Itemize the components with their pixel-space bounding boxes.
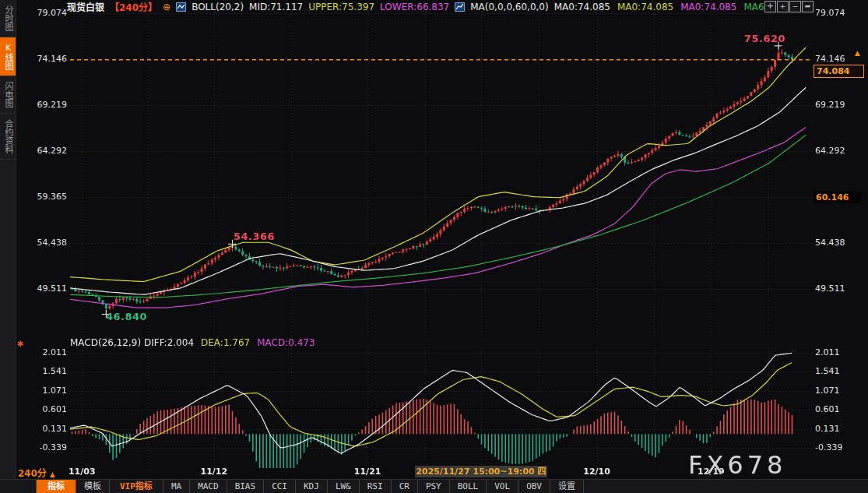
macd-axis-tick-left: 2.011 [16,347,69,358]
low-price-label: 46.840 [106,311,147,322]
swing-high-label: 54.366 [234,231,275,242]
main-axis-tick-left: 79.074 [16,8,69,19]
indicator-toolbar: 指标模板VIP指标MAMACDBIASCCIKDJLW&RSICRPSYBOLL… [0,479,868,493]
macd-axis-tick-right: 1.071 [815,386,866,396]
toolbar-tab-ma[interactable]: MA [163,480,190,493]
last-price-badge: 74.084 [814,65,864,78]
main-axis-tick-left: 74.146 [16,54,69,65]
macd-axis-tick-left: 1.071 [16,386,69,396]
macd-axis-tick-right: 0.131 [815,424,866,435]
main-axis-tick-left: 69.219 [16,100,69,111]
chart-type-sidebar: 分时图K线图闪电图合约资料 [0,0,16,479]
main-axis-tick-right: 74.146 [815,54,866,65]
toolbar-tab-vip[interactable]: VIP指标 [110,480,163,493]
toolbar-tab-rsi[interactable]: RSI [360,480,392,493]
macd-name[interactable]: MACD(26,12,9) DIFF:2.004 [70,337,194,348]
toolbar-tab-boll[interactable]: BOLL [450,480,487,493]
level-price-badge: 60.146 [814,192,861,203]
main-axis-tick-left: 59.365 [16,192,69,202]
trading-app-window: 分时图K线图闪电图合约资料 现货白银 【240分】 ⊕ BOLL(20,2) M… [0,0,868,493]
macd-axis-tick-right: 2.011 [815,347,866,358]
toolbar-tab-obv[interactable]: OBV [518,480,550,493]
macd-axis-tick-left: 0.601 [16,404,69,415]
toolbar-tab-[interactable]: 设置 [550,480,584,493]
toolbar-tab-kdj[interactable]: KDJ [296,480,328,493]
toolbar-tab-[interactable]: 模板 [76,480,110,493]
watermark: FX678 [688,450,786,480]
candlestick-chart[interactable] [70,11,812,336]
boll-chart-icon[interactable] [176,2,186,12]
toolbar-tab-vol[interactable]: VOL [487,480,518,493]
main-axis-tick-right: 79.074 [815,8,866,19]
sidebar-tab-contract-info[interactable]: 合约资料 [0,114,16,160]
x-axis-tick: 11/12 [179,467,249,477]
toolbar-tab-psy[interactable]: PSY [418,480,450,493]
main-axis-tick-left: 49.511 [16,283,69,294]
sidebar-tab-flash-chart[interactable]: 闪电图 [0,76,16,114]
macd-header: MACD(26,12,9) DIFF:2.004 DEA:1.767 MACD:… [70,336,315,348]
toolbar-tab-lw[interactable]: LW& [328,480,360,493]
toolbar-tab-macd[interactable]: MACD [190,480,227,493]
main-axis-tick-right: 64.292 [815,146,866,157]
toolbar-tab-cci[interactable]: CCI [264,480,296,493]
main-axis-tick-right: 69.219 [815,100,866,111]
macd-axis-tick-left: 1.541 [16,366,69,377]
macd-axis-tick-left: -0.339 [16,442,69,453]
sidebar-tab-kline[interactable]: K线图 [0,37,16,76]
macd-axis-tick-right: -0.339 [815,442,866,453]
main-axis-tick-left: 64.292 [16,146,69,157]
macd-axis-tick-left: 0.131 [16,424,69,435]
main-axis-tick-left: 54.438 [16,238,69,248]
ma-chart-icon[interactable] [455,2,465,12]
macd-value: MACD:0.473 [257,337,315,348]
toolbar-tab-cr[interactable]: CR [392,480,418,493]
macd-axis-tick-right: 0.601 [815,404,866,415]
x-axis-tick: 11/03 [47,467,117,477]
sidebar-tab-time-chart[interactable]: 分时图 [0,0,16,37]
macd-axis-tick-right: 1.541 [815,366,866,377]
toolbar-tab-[interactable]: 指标 [36,480,76,493]
x-axis-tick: 11/21 [332,467,402,477]
current-session-label: 2025/11/27 15:00~19:00 四 [415,466,547,477]
macd-dea-value: DEA:1.767 [201,337,250,348]
main-axis-tick-right: 54.438 [815,238,866,248]
toolbar-tab-bias[interactable]: BIAS [227,480,265,493]
high-price-label: 75.620 [744,33,785,44]
x-axis-tick: 12/10 [562,467,632,477]
main-axis-tick-right: 49.511 [815,283,866,294]
